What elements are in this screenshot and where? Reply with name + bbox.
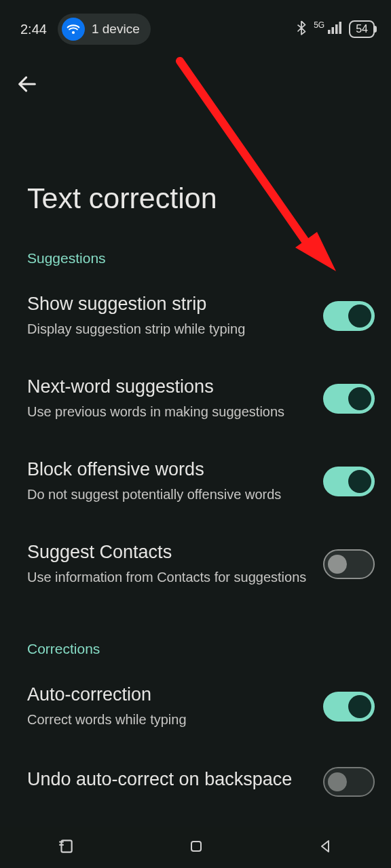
- setting-show-suggestion-strip[interactable]: Show suggestion strip Display suggestion…: [0, 275, 391, 357]
- device-chip-label: 1 device: [92, 22, 140, 37]
- toggle-auto-correction[interactable]: [323, 692, 375, 722]
- setting-caption: Display suggestion strip while typing: [27, 320, 310, 338]
- device-chip[interactable]: 1 device: [58, 14, 151, 45]
- svg-rect-2: [332, 27, 335, 34]
- nav-back-icon[interactable]: [318, 838, 334, 857]
- setting-text: Auto-correction Correct words while typi…: [27, 684, 310, 729]
- setting-text: Block offensive words Do not suggest pot…: [27, 459, 310, 504]
- setting-label: Auto-correction: [27, 684, 310, 705]
- setting-suggest-contacts[interactable]: Suggest Contacts Use information from Co…: [0, 523, 391, 606]
- setting-caption: Do not suggest potentially offensive wor…: [27, 486, 310, 504]
- setting-auto-correction[interactable]: Auto-correction Correct words while typi…: [0, 665, 391, 748]
- setting-caption: Use information from Contacts for sugges…: [27, 568, 310, 587]
- setting-block-offensive-words[interactable]: Block offensive words Do not suggest pot…: [0, 440, 391, 523]
- svg-point-0: [72, 31, 75, 34]
- toggle-block-offensive-words[interactable]: [323, 467, 375, 496]
- nav-recent-icon[interactable]: [57, 837, 75, 858]
- status-time: 2:44: [20, 22, 47, 37]
- svg-rect-3: [335, 24, 338, 34]
- status-bar: 2:44 1 device 5G: [0, 0, 391, 52]
- system-nav-bar: [0, 827, 391, 868]
- back-button[interactable]: [11, 68, 43, 100]
- setting-label: Undo auto-correct on backspace: [27, 769, 310, 790]
- setting-label: Show suggestion strip: [27, 294, 310, 315]
- setting-text: Suggest Contacts Use information from Co…: [27, 542, 310, 587]
- section-header-corrections: Corrections: [0, 606, 391, 665]
- status-left: 2:44 1 device: [20, 14, 151, 45]
- svg-rect-1: [328, 30, 331, 34]
- setting-text: Next-word suggestions Use previous words…: [27, 376, 310, 421]
- network-5g-label: 5G: [314, 22, 324, 28]
- setting-text: Undo auto-correct on backspace: [27, 769, 310, 795]
- setting-undo-autocorrect-backspace[interactable]: Undo auto-correct on backspace: [0, 748, 391, 837]
- signal-icon: [327, 21, 342, 38]
- bluetooth-icon: [296, 20, 307, 39]
- setting-caption: Use previous words in making suggestions: [27, 403, 310, 421]
- status-right: 5G 54: [296, 20, 375, 39]
- section-header-suggestions: Suggestions: [0, 215, 391, 275]
- arrow-left-icon: [16, 73, 39, 96]
- battery-indicator: 54: [349, 20, 375, 38]
- page-title: Text correction: [0, 100, 391, 215]
- app-bar: [0, 52, 391, 100]
- setting-label: Block offensive words: [27, 459, 310, 480]
- svg-rect-8: [191, 842, 201, 851]
- svg-rect-4: [339, 22, 342, 34]
- toggle-undo-autocorrect-backspace[interactable]: [323, 767, 375, 797]
- setting-text: Show suggestion strip Display suggestion…: [27, 294, 310, 338]
- setting-label: Next-word suggestions: [27, 376, 310, 397]
- nav-home-icon[interactable]: [188, 838, 204, 857]
- setting-label: Suggest Contacts: [27, 542, 310, 563]
- wifi-icon: [62, 18, 85, 41]
- toggle-show-suggestion-strip[interactable]: [323, 301, 375, 331]
- toggle-suggest-contacts[interactable]: [323, 549, 375, 579]
- setting-next-word-suggestions[interactable]: Next-word suggestions Use previous words…: [0, 357, 391, 440]
- toggle-next-word-suggestions[interactable]: [323, 384, 375, 414]
- setting-caption: Correct words while typing: [27, 711, 310, 729]
